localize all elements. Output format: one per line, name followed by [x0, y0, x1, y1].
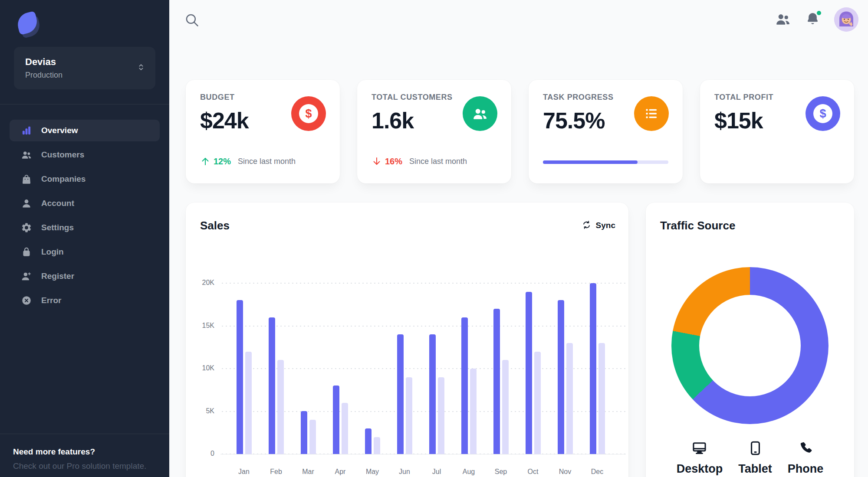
traffic-donut-chart[interactable]: [671, 267, 829, 424]
sidebar-item-customers[interactable]: Customers: [10, 144, 160, 166]
avatar-memoji-icon: [834, 7, 858, 32]
x-tick-label: Sep: [486, 468, 516, 476]
stat-value: $15k: [714, 108, 763, 134]
sync-label: Sync: [596, 221, 615, 230]
dollar-glyph: $: [299, 104, 318, 123]
devias-logo-icon[interactable]: [16, 12, 43, 37]
sidebar-item-label: Settings: [41, 223, 74, 232]
x-tick-label: Dec: [582, 468, 612, 476]
phone-icon: [798, 440, 814, 458]
stat-label: TASK PROGRESS: [543, 93, 614, 102]
y-tick-label: 20K: [195, 279, 214, 287]
bar-this-year-jul[interactable]: [429, 334, 436, 454]
notifications-button[interactable]: [805, 11, 820, 28]
bar-this-year-nov[interactable]: [558, 300, 564, 454]
task-progress-bar: [543, 160, 668, 164]
sidebar-item-account[interactable]: Account: [10, 193, 160, 214]
bar-last-year-sep[interactable]: [502, 360, 509, 454]
sidebar-item-error[interactable]: Error: [10, 290, 160, 311]
trend-value: 12%: [214, 157, 231, 167]
dashboard-root: { "sidebar": { "workspace": { "name": "D…: [0, 0, 868, 477]
x-tick-label: Mar: [293, 468, 323, 476]
sidebar-footer: Need more features? Check out our Pro so…: [0, 434, 169, 477]
stat-trend: 12%Since last month: [200, 156, 296, 167]
tablet-icon: [747, 440, 763, 458]
bar-last-year-may[interactable]: [374, 437, 380, 454]
bar-last-year-feb[interactable]: [277, 360, 284, 454]
x-tick-label: Nov: [550, 468, 580, 476]
stat-value: $24k: [200, 108, 249, 134]
avatar[interactable]: [834, 7, 858, 32]
bar-this-year-feb[interactable]: [269, 317, 275, 454]
bar-this-year-aug[interactable]: [461, 317, 468, 454]
traffic-source-card: Traffic Source DesktopTabletPhone: [646, 203, 854, 477]
bar-last-year-jan[interactable]: [245, 352, 252, 454]
bar-this-year-jun[interactable]: [397, 334, 404, 454]
bar-this-year-jan[interactable]: [237, 300, 243, 454]
sync-icon: [582, 220, 592, 231]
users-icon: [463, 96, 497, 131]
x-tick-label: Oct: [518, 468, 548, 476]
sidebar-item-label: Customers: [41, 150, 84, 160]
sidebar-footer-title: Need more features?: [13, 447, 156, 457]
stat-card-budget: BUDGET$24k$12%Since last month: [186, 80, 340, 183]
sidebar-item-label: Login: [41, 247, 64, 257]
legend-item-phone: Phone: [788, 440, 824, 476]
sidebar-nav: OverviewCustomersCompaniesAccountSetting…: [10, 120, 160, 314]
bar-last-year-jul[interactable]: [438, 377, 444, 454]
list-bullet-icon: [634, 96, 669, 131]
sync-button[interactable]: Sync: [582, 220, 615, 231]
sidebar-item-register[interactable]: Register: [10, 265, 160, 287]
workspace-selector[interactable]: Devias Production: [14, 47, 155, 89]
bar-last-year-jun[interactable]: [406, 377, 412, 454]
bar-this-year-mar[interactable]: [301, 411, 307, 454]
stats-row: BUDGET$24k$12%Since last monthTOTAL CUST…: [186, 80, 854, 183]
sales-card: Sales Sync 05K10K15K20KJanFebMarAprMayJu…: [186, 203, 628, 477]
sidebar-item-label: Error: [41, 296, 61, 305]
legend-item-desktop: Desktop: [677, 440, 723, 476]
stat-value: 1.6k: [372, 108, 414, 134]
x-tick-label: Apr: [325, 468, 355, 476]
stat-value: 75.5%: [543, 108, 605, 134]
bar-this-year-sep[interactable]: [493, 309, 500, 454]
sidebar-item-settings[interactable]: Settings: [10, 217, 160, 238]
bar-this-year-oct[interactable]: [526, 292, 532, 454]
bar-this-year-may[interactable]: [365, 428, 372, 454]
x-tick-label: May: [357, 468, 388, 476]
sidebar-item-overview[interactable]: Overview: [10, 120, 160, 141]
dollar-glyph: $: [813, 104, 832, 123]
bar-this-year-dec[interactable]: [590, 283, 596, 454]
sales-bar-chart[interactable]: 05K10K15K20KJanFebMarAprMayJunJulAugSepO…: [220, 283, 626, 454]
bar-last-year-oct[interactable]: [534, 352, 541, 454]
y-tick-label: 10K: [195, 364, 214, 372]
gridline: [220, 283, 626, 284]
sidebar-item-companies[interactable]: Companies: [10, 168, 160, 190]
bar-last-year-nov[interactable]: [566, 343, 573, 454]
bar-last-year-dec[interactable]: [598, 343, 605, 454]
chart-bar-icon: [21, 125, 32, 136]
users-icon: [21, 149, 32, 160]
stat-label: BUDGET: [200, 93, 235, 102]
legend-item-tablet: Tablet: [738, 440, 772, 476]
bar-last-year-apr[interactable]: [342, 403, 348, 454]
y-tick-label: 15K: [195, 322, 214, 330]
bar-this-year-apr[interactable]: [333, 386, 339, 454]
search-button[interactable]: [184, 12, 200, 29]
y-tick-label: 0: [195, 450, 214, 457]
gridline: [220, 326, 626, 327]
topbar-actions: [775, 7, 858, 32]
desktop-icon: [691, 440, 707, 458]
shopping-bag-icon: [21, 173, 32, 185]
x-circle-icon: [21, 295, 32, 306]
stat-card-task-progress: TASK PROGRESS75.5%: [529, 80, 683, 183]
stat-label: TOTAL PROFIT: [714, 93, 773, 102]
sidebar-item-login[interactable]: Login: [10, 241, 160, 263]
bar-last-year-mar[interactable]: [309, 420, 316, 454]
gear-icon: [21, 222, 32, 233]
contacts-button[interactable]: [775, 11, 791, 29]
bar-last-year-aug[interactable]: [470, 369, 477, 454]
sidebar-item-label: Register: [41, 271, 74, 281]
lock-icon: [21, 246, 32, 258]
trend-caption: Since last month: [238, 157, 296, 166]
x-tick-label: Aug: [454, 468, 484, 476]
